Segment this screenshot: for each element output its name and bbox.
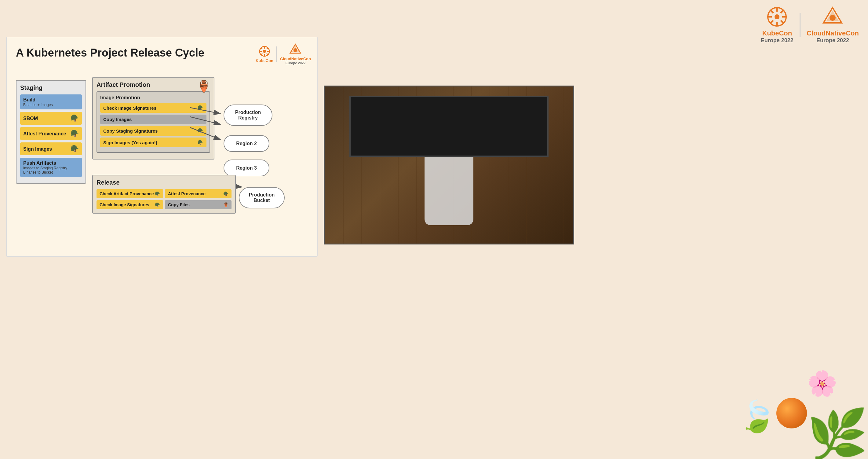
staging-title: Staging: [20, 84, 82, 91]
production-bucket-node: ProductionBucket: [239, 187, 285, 208]
staging-box: Staging Build Binaries + Images SBOM 🪖 A…: [16, 80, 86, 184]
release-attest: Attest Provenance 🪖: [165, 189, 231, 198]
staging-build: Build Binaries + Images: [20, 94, 82, 109]
svg-point-12: [830, 15, 836, 21]
staging-attest-icon: 🪖: [70, 130, 79, 138]
staging-push-label: Push Artifacts: [23, 160, 67, 166]
staging-attest: Attest Provenance 🪖: [20, 127, 82, 140]
flower-icon: 🌸: [807, 369, 837, 398]
release-check-artifact: Check Artifact Provenance 🪖: [96, 189, 163, 198]
staging-sign: Sign Images 🪖: [20, 142, 82, 155]
svg-point-1: [775, 15, 779, 19]
cloudnativecon-logo: CloudNativeCon Europe 2022: [807, 6, 859, 44]
artifact-icon: 🏺: [197, 80, 211, 93]
image-promotion-title: Image Promotion: [100, 95, 207, 101]
release-attest-icon: 🪖: [223, 191, 228, 196]
svg-line-6: [771, 10, 773, 13]
promo-check-sigs: Check Image Signatures 🪖: [100, 103, 207, 113]
slide-logos: KubeCon CloudNativeCon Europe 2022: [256, 44, 311, 65]
promo-sign-images-icon: 🪖: [197, 140, 204, 145]
slide-cloudnativecon-icon: [289, 44, 302, 56]
staging-sbom: SBOM 🪖: [20, 112, 82, 125]
top-logo-area: KubeCon Europe 2022 CloudNativeCon Europ…: [761, 6, 859, 44]
staging-push: Push Artifacts Images to Staging Registr…: [20, 158, 82, 177]
staging-sbom-label: SBOM: [23, 116, 38, 121]
slide-kubecon-logo: KubeCon: [256, 45, 273, 63]
staging-push-sub: Images to Staging RegistryBinaries to Bu…: [23, 166, 67, 174]
svg-line-22: [261, 54, 262, 55]
region2-label: Region 2: [236, 141, 257, 146]
svg-point-25: [293, 48, 297, 52]
promo-copy-images-label: Copy Images: [103, 117, 132, 122]
staging-sign-label: Sign Images: [23, 146, 52, 152]
slide-kubecon-icon: [258, 45, 271, 57]
staging-build-label: Build: [23, 97, 53, 103]
artifact-promotion-box: 🏺 Artifact Promotion Image Promotion Che…: [92, 77, 214, 160]
svg-point-14: [263, 50, 266, 53]
production-bucket-label: ProductionBucket: [249, 192, 275, 203]
promo-check-sigs-label: Check Image Signatures: [103, 106, 156, 111]
staging-sbom-icon: 🪖: [70, 114, 79, 122]
leaf-icon: 🍃: [738, 399, 776, 435]
artifact-promotion-title: Artifact Promotion: [96, 81, 210, 88]
production-registry-label: ProductionRegistry: [235, 110, 261, 121]
kubecon-logo: KubeCon Europe 2022: [761, 6, 794, 44]
promo-check-sigs-icon: 🪖: [197, 105, 204, 111]
promo-copy-staging-icon: 🪖: [197, 128, 204, 134]
release-box: Release Check Artifact Provenance 🪖 Atte…: [92, 175, 236, 213]
slide-logo-divider: [276, 47, 277, 62]
production-registry-node: ProductionRegistry: [223, 105, 273, 126]
decorative-area: 🌿 🍃 🌸: [593, 306, 868, 459]
svg-line-8: [781, 10, 783, 13]
region3-label: Region 3: [236, 165, 257, 171]
staging-build-sub: Binaries + Images: [23, 103, 53, 107]
video-panel: [324, 86, 574, 245]
staging-attest-label: Attest Provenance: [23, 131, 66, 137]
svg-line-20: [267, 54, 268, 55]
release-check-sigs-label: Check Image Signatures: [99, 202, 149, 207]
staging-sign-icon: 🪖: [70, 145, 79, 153]
video-presenter: [325, 86, 573, 243]
promo-sign-images-label: Sign Images (Yes again!): [103, 140, 157, 145]
slide-cloudnativecon-logo: CloudNativeCon Europe 2022: [280, 44, 311, 65]
promo-copy-staging-sigs-label: Copy Staging Signatures: [103, 128, 158, 134]
svg-line-7: [781, 21, 783, 23]
release-check-sigs-icon: 🪖: [155, 202, 160, 207]
release-copy-files-icon: 🏺: [223, 202, 228, 207]
orange-fruit: [776, 398, 807, 428]
release-copy-files-label: Copy Files: [168, 202, 190, 207]
release-check-artifact-icon: 🪖: [155, 191, 160, 196]
svg-line-21: [267, 48, 268, 49]
plant-leaves-icon: 🌿: [807, 410, 868, 459]
release-attest-label: Attest Provenance: [168, 191, 206, 196]
promo-sign-images: Sign Images (Yes again!) 🪖: [100, 138, 207, 147]
svg-line-19: [261, 48, 262, 49]
release-check-artifact-label: Check Artifact Provenance: [99, 191, 154, 196]
promo-copy-images: Copy Images: [100, 115, 207, 124]
release-check-sigs: Check Image Signatures 🪖: [96, 200, 163, 209]
svg-line-9: [771, 21, 773, 23]
main-slide: A Kubernetes Project Release Cycle KubeC…: [6, 37, 318, 257]
release-grid: Check Artifact Provenance 🪖 Attest Prove…: [96, 189, 231, 209]
promo-copy-staging-sigs: Copy Staging Signatures 🪖: [100, 126, 207, 136]
region2-node: Region 2: [223, 135, 269, 152]
region3-node: Region 3: [223, 160, 269, 176]
logo-divider: [800, 13, 801, 37]
cloudnativecon-icon: [822, 6, 843, 28]
kubecon-icon: [766, 6, 788, 28]
release-title: Release: [96, 179, 231, 186]
image-promotion-box: Image Promotion Check Image Signatures 🪖…: [96, 91, 210, 153]
release-copy-files: Copy Files 🏺: [165, 200, 231, 209]
